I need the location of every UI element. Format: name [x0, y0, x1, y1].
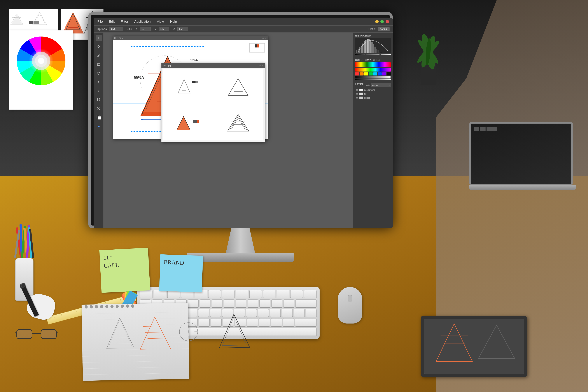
- key-f6[interactable]: [222, 290, 234, 298]
- color-spectrum-bar[interactable]: [355, 68, 391, 72]
- key-f9[interactable]: [263, 290, 276, 298]
- key-f11[interactable]: [290, 290, 303, 298]
- swatch-blue[interactable]: [378, 72, 382, 76]
- key-minus[interactable]: [272, 300, 282, 308]
- key-4[interactable]: [188, 300, 198, 308]
- key-f8[interactable]: [250, 290, 262, 298]
- key-rbracket[interactable]: [294, 309, 305, 317]
- histogram-slider-black[interactable]: [355, 54, 365, 56]
- crop-tool[interactable]: [96, 106, 102, 112]
- key-7[interactable]: [224, 300, 234, 308]
- right-panel: HISTOGRAM: [353, 32, 392, 228]
- key-quote[interactable]: [283, 318, 294, 326]
- svg-rect-59: [192, 81, 196, 84]
- menu-edit[interactable]: Edit: [109, 20, 114, 24]
- color-gradient-bar[interactable]: [355, 62, 391, 67]
- x-value-input[interactable]: [140, 27, 151, 31]
- layer-mode-select[interactable]: normal multiply screen: [371, 83, 391, 87]
- layer-name-select: select: [364, 97, 370, 99]
- svg-rect-93: [379, 52, 380, 53]
- menu-application[interactable]: Application: [134, 20, 151, 24]
- close-button[interactable]: [386, 20, 389, 23]
- rectangle-tool[interactable]: [96, 62, 102, 68]
- swatch-orange[interactable]: [360, 72, 364, 76]
- key-9[interactable]: [248, 300, 258, 308]
- key-f7[interactable]: [236, 290, 248, 298]
- move-tool[interactable]: [96, 35, 102, 41]
- swatch-black[interactable]: [387, 72, 391, 76]
- color-swatches-title: COLOR SWATCHES: [355, 59, 391, 62]
- brush-tool[interactable]: [96, 53, 102, 59]
- options-label: Options: [97, 28, 107, 31]
- z-value-input[interactable]: [178, 27, 188, 31]
- svg-rect-113: [42, 330, 56, 338]
- info-tool[interactable]: i: [96, 88, 102, 94]
- z-label: Z: [173, 28, 175, 30]
- color-slider-2[interactable]: [355, 78, 391, 80]
- histogram-section: HISTOGRAM: [355, 34, 391, 56]
- monitor-screen: File Edit Filter Application View Help O…: [94, 18, 392, 228]
- swatch-purple[interactable]: [382, 72, 386, 76]
- key-f10[interactable]: [277, 290, 289, 298]
- menu-view[interactable]: View: [157, 20, 164, 24]
- key-8[interactable]: [236, 300, 246, 308]
- small-rect-tool[interactable]: [96, 123, 102, 129]
- color-slider[interactable]: [355, 76, 391, 78]
- key-6[interactable]: [212, 300, 222, 308]
- color-swatches-section: COLOR SWATCHES: [355, 59, 391, 81]
- level-input[interactable]: [109, 27, 123, 31]
- key-5[interactable]: [200, 300, 210, 308]
- key-equals[interactable]: [283, 300, 294, 308]
- histogram-slider-mid[interactable]: [366, 54, 380, 56]
- lasso-tool[interactable]: [96, 44, 102, 50]
- key-f12[interactable]: [304, 290, 316, 298]
- menu-file[interactable]: File: [98, 20, 103, 24]
- profile-label: Profile:: [368, 28, 376, 30]
- swatch-red[interactable]: [355, 72, 359, 76]
- layer-row-background[interactable]: background: [355, 88, 391, 92]
- drawing-tablet[interactable]: [420, 316, 527, 377]
- svg-rect-90: [374, 46, 376, 53]
- doc-restore-2[interactable]: □: [259, 64, 260, 67]
- canvas-area: file12.jpg — □ ✕: [104, 32, 353, 228]
- histogram-slider-white[interactable]: [381, 54, 391, 56]
- transform-tool[interactable]: [96, 97, 102, 103]
- svg-marker-123: [478, 325, 515, 358]
- menu-help[interactable]: Help: [170, 20, 177, 24]
- layer-row-select[interactable]: select: [355, 96, 391, 100]
- doc-close-1[interactable]: ✕: [264, 37, 266, 39]
- svg-marker-1: [12, 14, 22, 24]
- foreground-color-swatch[interactable]: [96, 114, 101, 120]
- doc-restore-1[interactable]: □: [262, 37, 264, 39]
- svg-marker-72: [228, 114, 249, 131]
- key-backslash[interactable]: [306, 309, 316, 317]
- swatch-cyan[interactable]: [373, 72, 377, 76]
- layer-row-txt[interactable]: T txt: [355, 92, 391, 96]
- doc-controls-1: — □ ✕: [260, 37, 266, 39]
- menu-filter[interactable]: Filter: [121, 20, 128, 24]
- tablet-surface[interactable]: [424, 319, 524, 374]
- restore-button[interactable]: [380, 20, 384, 23]
- key-enter[interactable]: [295, 318, 316, 326]
- key-f5[interactable]: [208, 290, 221, 298]
- doc-close-2[interactable]: ✕: [262, 64, 263, 67]
- profile-button[interactable]: normal: [378, 27, 390, 31]
- key-lbracket[interactable]: [282, 309, 293, 317]
- svg-line-103: [105, 302, 106, 304]
- swatch-green[interactable]: [369, 72, 373, 76]
- minimize-button[interactable]: [375, 20, 378, 23]
- ellipse-tool[interactable]: [96, 70, 102, 76]
- y-value-input[interactable]: [159, 27, 169, 31]
- mouse[interactable]: [338, 287, 362, 324]
- svg-marker-125: [108, 319, 132, 346]
- key-backspace[interactable]: [295, 300, 316, 308]
- file-preview-small: [250, 43, 265, 52]
- svg-point-29: [98, 46, 100, 47]
- swatch-yellow[interactable]: [364, 72, 368, 76]
- layer-name-txt: txt: [364, 93, 366, 95]
- doc-minimize-1[interactable]: —: [260, 37, 262, 39]
- text-tool[interactable]: A: [96, 79, 102, 85]
- key-0[interactable]: [260, 300, 270, 308]
- mouse-scroll-wheel[interactable]: [348, 294, 352, 302]
- doc-minimize-2[interactable]: —: [256, 64, 258, 67]
